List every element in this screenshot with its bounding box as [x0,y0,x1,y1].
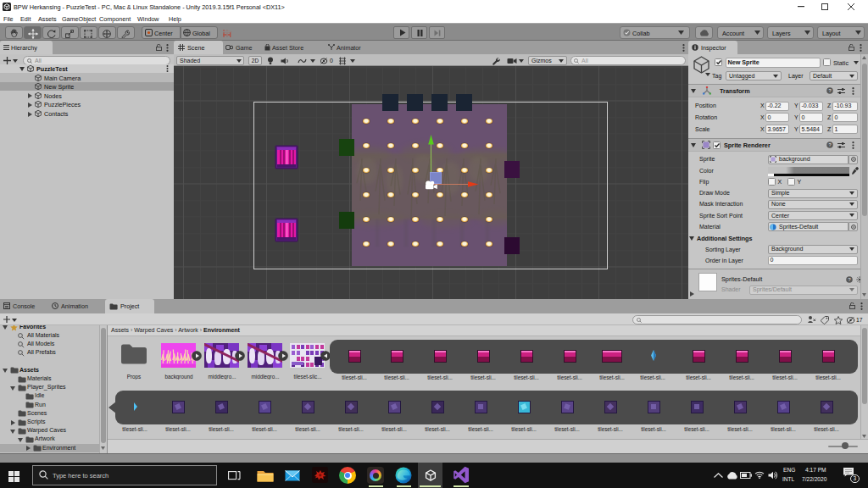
svg-text:?: ? [828,142,831,147]
svg-text:?: ? [848,277,850,282]
svg-text:?: ? [828,88,831,93]
